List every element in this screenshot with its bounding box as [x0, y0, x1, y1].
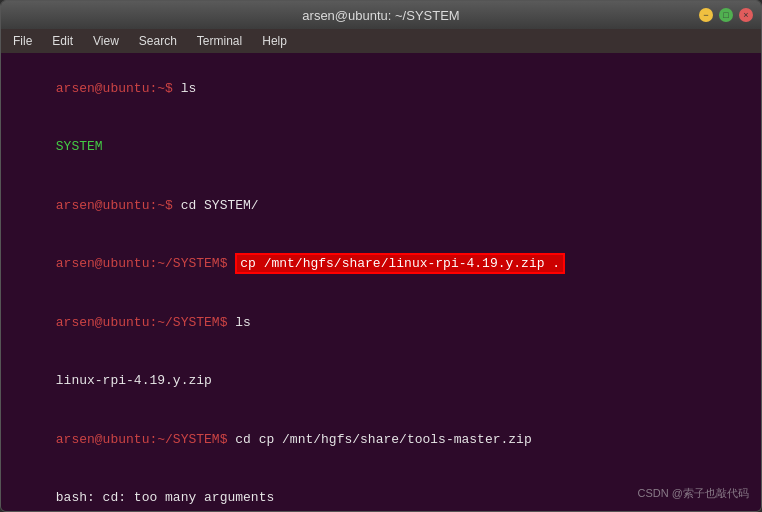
menu-edit[interactable]: Edit [44, 32, 81, 50]
close-button[interactable]: × [739, 8, 753, 22]
menu-terminal[interactable]: Terminal [189, 32, 250, 50]
minimize-button[interactable]: − [699, 8, 713, 22]
cmd-7: cd cp /mnt/hgfs/share/tools-master.zip [235, 432, 531, 447]
cmd-5: ls [235, 315, 251, 330]
cmd-highlight-4: cp /mnt/hgfs/share/linux-rpi-4.19.y.zip … [235, 253, 565, 274]
line-2: SYSTEM [9, 118, 753, 177]
menu-view[interactable]: View [85, 32, 127, 50]
line-1: arsen@ubuntu:~$ ls [9, 59, 753, 118]
terminal-body[interactable]: arsen@ubuntu:~$ ls SYSTEM arsen@ubuntu:~… [1, 53, 761, 511]
cmd-3: cd SYSTEM/ [181, 198, 259, 213]
maximize-button[interactable]: □ [719, 8, 733, 22]
line-5: arsen@ubuntu:~/SYSTEM$ ls [9, 293, 753, 352]
prompt-5: arsen@ubuntu:~/SYSTEM$ [56, 315, 235, 330]
line-4: arsen@ubuntu:~/SYSTEM$ cp /mnt/hgfs/shar… [9, 235, 753, 294]
menu-file[interactable]: File [5, 32, 40, 50]
line-3: arsen@ubuntu:~$ cd SYSTEM/ [9, 176, 753, 235]
output-2: SYSTEM [56, 139, 103, 154]
line-7: arsen@ubuntu:~/SYSTEM$ cd cp /mnt/hgfs/s… [9, 410, 753, 469]
line-6: linux-rpi-4.19.y.zip [9, 352, 753, 411]
output-8: bash: cd: too many arguments [56, 490, 274, 505]
title-bar: arsen@ubuntu: ~/SYSTEM − □ × [1, 1, 761, 29]
cmd-1: ls [181, 81, 197, 96]
output-6: linux-rpi-4.19.y.zip [56, 373, 212, 388]
prompt-3: arsen@ubuntu:~$ [56, 198, 181, 213]
menu-search[interactable]: Search [131, 32, 185, 50]
window-title: arsen@ubuntu: ~/SYSTEM [302, 8, 459, 23]
menu-bar: File Edit View Search Terminal Help [1, 29, 761, 53]
terminal-window: arsen@ubuntu: ~/SYSTEM − □ × File Edit V… [0, 0, 762, 512]
prompt-7: arsen@ubuntu:~/SYSTEM$ [56, 432, 235, 447]
watermark: CSDN @索子也敲代码 [638, 485, 749, 502]
prompt-4: arsen@ubuntu:~/SYSTEM$ [56, 256, 235, 271]
prompt-1: arsen@ubuntu:~$ [56, 81, 181, 96]
window-controls: − □ × [699, 8, 753, 22]
menu-help[interactable]: Help [254, 32, 295, 50]
